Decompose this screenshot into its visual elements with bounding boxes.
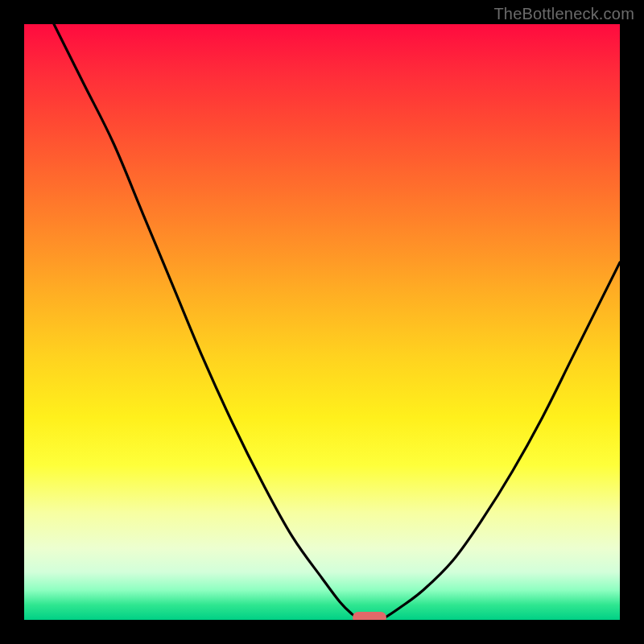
watermark-text: TheBottleneck.com <box>493 5 634 23</box>
curve-right <box>382 262 620 620</box>
chart-frame: TheBottleneck.com <box>0 0 644 644</box>
plot-area <box>24 24 620 620</box>
bottleneck-curve <box>24 24 620 620</box>
curve-left <box>54 24 361 620</box>
optimal-marker <box>353 612 386 620</box>
